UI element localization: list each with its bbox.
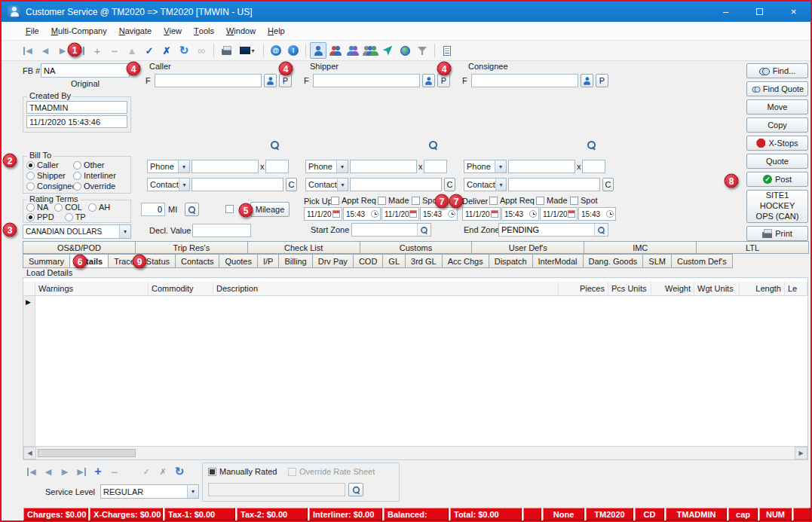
contacts-button[interactable] (327, 42, 344, 59)
consignee-add-client-button[interactable] (581, 74, 593, 87)
col-length-units[interactable]: Le (785, 282, 807, 295)
shipper-phone-type-select[interactable]: Phone▾ (305, 160, 348, 173)
billto-shipper-radio[interactable]: Shipper (26, 171, 73, 180)
detail-delete-button[interactable]: − (107, 464, 122, 479)
find-quote-button[interactable]: Find Quote (746, 81, 808, 96)
scroll-left-button[interactable]: ◀ (23, 447, 36, 459)
pickup-time2-field[interactable]: 15:43 (420, 207, 458, 221)
shipper-search-button[interactable] (428, 140, 438, 151)
deliver-date1-field[interactable]: 11/1/20 (462, 207, 501, 221)
shipper-contact-type-select[interactable]: Contact▾ (305, 178, 348, 191)
caller-p-button[interactable]: P (279, 74, 292, 87)
terms-na-radio[interactable]: NA (26, 203, 48, 212)
deliver-made-checkbox[interactable]: Made (536, 196, 568, 205)
mileage-checkbox[interactable] (225, 205, 234, 213)
about-button[interactable]: ! (285, 42, 302, 59)
drivers-button[interactable] (345, 42, 361, 59)
print-toolbar-button[interactable] (218, 42, 234, 59)
pickup-date2-field[interactable]: 11/1/20 (381, 207, 419, 221)
detail-nav-prev-button[interactable]: ◀ (41, 464, 56, 479)
menu-view[interactable]: View (158, 22, 188, 40)
minimize-button[interactable]: – (709, 2, 743, 22)
menu-tools[interactable]: Tools (188, 22, 220, 40)
detail-nav-first-button[interactable]: ◀ (24, 464, 39, 479)
tab-cod[interactable]: COD (353, 254, 383, 268)
shipper-p-button[interactable]: P (437, 74, 450, 87)
deliver-time2-field[interactable]: 15:43 (578, 207, 616, 221)
grid-hscrollbar[interactable]: ◀ ▶ (23, 446, 807, 459)
tab-summary[interactable]: Summary (23, 254, 70, 268)
terms-ppd-radio[interactable]: PPD (26, 212, 54, 221)
tab-gl[interactable]: GL (382, 254, 406, 268)
terms-ah-radio[interactable]: AH (88, 203, 110, 212)
consignee-phone-input[interactable] (508, 160, 575, 173)
col-description[interactable]: Description (213, 282, 559, 295)
tab-slm[interactable]: SLM (642, 254, 672, 268)
tab-3rd-gl[interactable]: 3rd GL (405, 254, 443, 268)
shipper-contact-input[interactable] (350, 178, 442, 191)
shipper-phone-input[interactable] (350, 160, 417, 173)
detail-nav-next-button[interactable]: ▶ (57, 464, 72, 479)
form-button[interactable] (439, 42, 455, 59)
tab-drv-pay[interactable]: Drv Pay (312, 254, 354, 268)
shipper-ext-input[interactable] (424, 160, 447, 173)
close-button[interactable]: × (777, 2, 810, 22)
tab-contacts[interactable]: Contacts (175, 254, 219, 268)
consignee-phone-type-select[interactable]: Phone▾ (464, 160, 507, 173)
globe-button[interactable] (397, 42, 413, 59)
tab-quotes[interactable]: Quotes (219, 254, 257, 268)
refresh-button[interactable]: ↻ (176, 42, 192, 59)
detail-post-button[interactable]: ✓ (139, 464, 154, 479)
find-button[interactable]: Find... (746, 63, 808, 78)
tab-custom-defs[interactable]: Custom Def's (671, 254, 733, 268)
deliver-date2-field[interactable]: 11/1/20 (540, 207, 578, 221)
user-group-button[interactable] (362, 42, 378, 59)
link-button[interactable]: ∞ (193, 42, 210, 59)
tab-dispatch[interactable]: Dispatch (489, 254, 533, 268)
tab-osd-pod[interactable]: OS&D/POD (23, 241, 136, 254)
tab-acc-chgs[interactable]: Acc Chgs (442, 254, 489, 268)
tab-intermodal[interactable]: InterModal (532, 254, 584, 268)
pickup-date1-field[interactable]: 11/1/20 (304, 207, 342, 221)
scroll-thumb[interactable] (38, 449, 136, 457)
shipper-name-input[interactable] (313, 74, 420, 87)
terms-tp-radio[interactable]: TP (65, 212, 86, 221)
consignee-name-input[interactable] (471, 74, 578, 87)
caller-contact-input[interactable] (192, 178, 283, 191)
filter-button[interactable] (414, 42, 431, 59)
start-zone-search-button[interactable] (417, 224, 431, 236)
tab-imc[interactable]: IMC (584, 241, 697, 254)
caller-add-client-button[interactable] (264, 74, 277, 87)
mileage-button[interactable]: Mileage (250, 202, 290, 217)
x-stops-button[interactable]: X-Stops (746, 136, 808, 151)
col-pieces[interactable]: Pieces (559, 282, 608, 295)
quote-button[interactable]: Quote (746, 154, 808, 169)
shipper-c-button[interactable]: C (444, 178, 455, 191)
pickup-made-checkbox[interactable]: Made (378, 196, 409, 205)
decl-value-input[interactable] (192, 224, 251, 237)
menu-help[interactable]: Help (262, 22, 291, 40)
caller-name-input[interactable] (155, 74, 262, 87)
mileage-input[interactable] (141, 203, 165, 216)
currency-select[interactable]: CANADIAN DOLLARS ▾ (23, 224, 131, 239)
move-button[interactable]: Move (746, 99, 808, 114)
detail-nav-last-button[interactable]: ▶ (74, 464, 89, 479)
consignee-contact-type-select[interactable]: Contact▾ (464, 178, 507, 191)
caller-search-button[interactable] (270, 140, 280, 151)
tab-ltl[interactable]: LTL (696, 241, 809, 254)
shipper-add-client-button[interactable] (422, 74, 435, 87)
print-button[interactable]: Print (746, 226, 808, 241)
plane-button[interactable] (379, 42, 396, 59)
scroll-right-button[interactable]: ▶ (795, 447, 807, 459)
detail-cancel-button[interactable]: ✗ (155, 464, 170, 479)
caller-ext-input[interactable] (265, 160, 289, 173)
tab-check-list[interactable]: Check List (247, 241, 360, 254)
consignee-c-button[interactable]: C (602, 178, 614, 191)
detail-refresh-button[interactable]: ↻ (172, 464, 187, 479)
consignee-contact-input[interactable] (508, 178, 600, 191)
fb-number-input[interactable] (41, 63, 130, 78)
delete-record-button[interactable]: − (106, 42, 123, 59)
end-zone-search-button[interactable] (594, 224, 608, 236)
billto-caller-radio[interactable]: Caller (26, 160, 73, 169)
maximize-button[interactable] (743, 2, 777, 22)
